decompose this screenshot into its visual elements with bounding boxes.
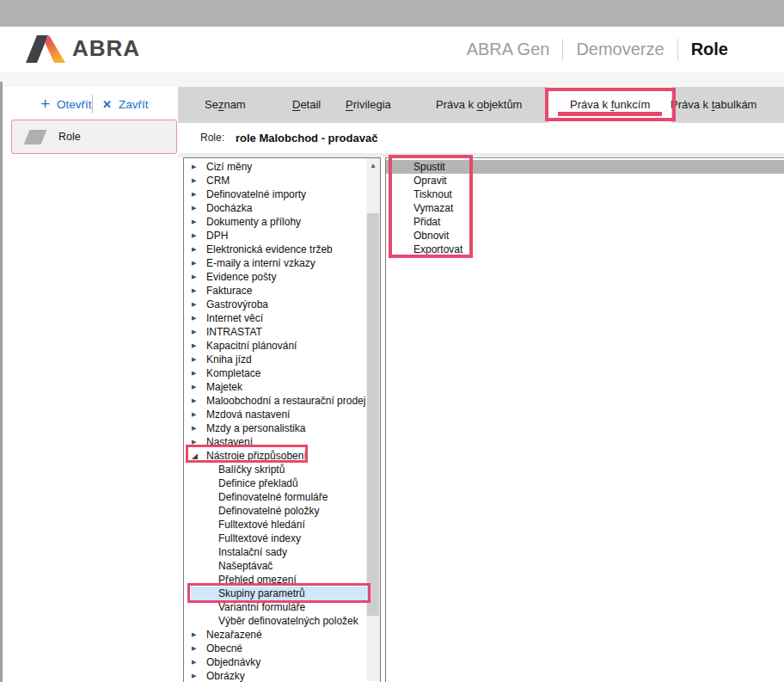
tree-collapsed-icon[interactable]: ▶ — [192, 201, 204, 215]
tree-item-mzdy-a-personalistika[interactable]: ▶Mzdy a personalistika — [184, 421, 366, 435]
tree-item-dochazka[interactable]: ▶Docházka — [184, 201, 366, 215]
tree-collapsed-icon[interactable]: ▶ — [192, 380, 204, 394]
tree-scrollbar[interactable]: ▲ — [366, 158, 380, 681]
tree-item-internet-veci[interactable]: ▶Internet věcí — [184, 311, 366, 325]
tree-item-obrazky[interactable]: ▶Obrázky — [184, 669, 366, 682]
tree-item-maloobchodni-a-restauracni-prodej[interactable]: ▶Maloobchodní a restaurační prodej — [184, 394, 366, 408]
tree-item-variantni-formulare[interactable]: Variantní formuláře — [184, 600, 366, 614]
open-agenda-button[interactable]: + Otevřít — [40, 92, 92, 116]
tree-item-nezarazene[interactable]: ▶Nezařazené — [184, 628, 366, 642]
function-item-pridat[interactable]: Přidat — [386, 215, 784, 229]
tab-seznam[interactable]: Seznam — [205, 87, 246, 123]
function-rights-panel: SpustitOpravitTisknoutVymazatPřidatObnov… — [385, 157, 784, 682]
role-field-label: Role: — [200, 123, 224, 153]
tree-item-kapacitni-planovani[interactable]: ▶Kapacitní plánování — [184, 339, 366, 353]
tree-item-instalacni-sady[interactable]: Instalační sady — [184, 545, 366, 559]
tree-item-dokumenty-a-prilohy[interactable]: ▶Dokumenty a přílohy — [184, 215, 366, 229]
tree-collapsed-icon[interactable]: ▶ — [192, 298, 204, 311]
tree-item-label: Definovatelné položky — [218, 505, 319, 517]
function-item-exportovat[interactable]: Exportovat — [386, 243, 784, 256]
tab-prava-k-objektum[interactable]: Práva k objektům — [436, 87, 522, 123]
tree-item-label: Fakturace — [206, 285, 252, 297]
tree-item-kniha-jizd[interactable]: ▶Kniha jízd — [184, 353, 366, 366]
tree-item-dph[interactable]: ▶DPH — [184, 229, 366, 243]
tree-item-balicky-skriptu[interactable]: Balíčky skriptů — [184, 463, 366, 476]
tree-item-label: DPH — [206, 230, 228, 242]
tree-item-intrastat[interactable]: ▶INTRASTAT — [184, 325, 366, 339]
tree-item-majetek[interactable]: ▶Majetek — [184, 380, 366, 394]
tree-item-e-maily-a-interni-vzkazy[interactable]: ▶E-maily a interní vzkazy — [184, 256, 366, 270]
tree-item-fakturace[interactable]: ▶Fakturace — [184, 284, 366, 298]
tree-item-label: INTRASTAT — [206, 326, 262, 338]
tree-collapsed-icon[interactable]: ▶ — [192, 174, 204, 187]
tree-collapsed-icon[interactable]: ▶ — [192, 394, 204, 408]
tree-item-prehled-omezeni[interactable]: Přehled omezení — [184, 573, 366, 587]
tab-privilegia[interactable]: Privilegia — [346, 87, 391, 123]
tree-collapsed-icon[interactable]: ▶ — [192, 256, 204, 270]
tab-bar: SeznamDetailPrivilegiaPráva k objektůmPr… — [178, 87, 784, 123]
tree-collapsed-icon[interactable]: ▶ — [192, 160, 204, 174]
tree-item-evidence-posty[interactable]: ▶Evidence pošty — [184, 270, 366, 284]
tree-collapsed-icon[interactable]: ▶ — [192, 655, 204, 669]
tree-item-fulltextove-indexy[interactable]: Fulltextové indexy — [184, 531, 366, 545]
tree-item-definovatelne-importy[interactable]: ▶Definovatelné importy — [184, 187, 366, 201]
function-item-tisknout[interactable]: Tisknout — [386, 187, 784, 201]
tree-item-label: Nezařazené — [206, 629, 262, 641]
toolbar-separator — [92, 95, 93, 114]
tree-item-mzdova-nastaveni[interactable]: ▶Mzdová nastavení — [184, 408, 366, 421]
tree-item-naseptavac[interactable]: Našeptávač — [184, 559, 366, 573]
tree-item-definovatelne-polozky[interactable]: Definovatelné položky — [184, 504, 366, 518]
tree-collapsed-icon[interactable]: ▶ — [192, 187, 204, 201]
tree-collapsed-icon[interactable]: ▶ — [192, 270, 204, 284]
tree-collapsed-icon[interactable]: ▶ — [192, 366, 204, 380]
tree-collapsed-icon[interactable]: ▶ — [192, 215, 204, 229]
tree-item-gastrovyroba[interactable]: ▶Gastrovýroba — [184, 298, 366, 311]
tree-item-label: CRM — [206, 175, 230, 187]
tree-item-objednavky[interactable]: ▶Objednávky — [184, 655, 366, 669]
close-agenda-button[interactable]: ✕ Zavřít — [102, 92, 148, 116]
sidebar-item-role[interactable]: Role — [11, 120, 177, 154]
tree-collapsed-icon[interactable]: ▶ — [192, 421, 204, 435]
agenda-parallelogram-icon — [24, 130, 47, 144]
tree-item-elektronicka-evidence-trzeb[interactable]: ▶Elektronická evidence tržeb — [184, 243, 366, 256]
scrollbar-thumb[interactable] — [367, 213, 379, 616]
tree-item-label: Mzdová nastavení — [206, 409, 290, 421]
tree-item-nastaveni[interactable]: ▶Nastavení — [184, 435, 366, 449]
tree-item-label: Evidence pošty — [206, 271, 276, 283]
tree-item-skupiny-parametru[interactable]: Skupiny parametrů — [184, 587, 366, 600]
tree-collapsed-icon[interactable]: ▶ — [192, 353, 204, 366]
tree-item-cizi-meny[interactable]: ▶Cizí měny — [184, 160, 366, 174]
tree-collapsed-icon[interactable]: ▶ — [192, 284, 204, 298]
tree-collapsed-icon[interactable]: ▶ — [192, 642, 204, 655]
tree-collapsed-icon[interactable]: ▶ — [192, 325, 204, 339]
tree-collapsed-icon[interactable]: ▶ — [192, 311, 204, 325]
tree-item-vyber-definovatelnych-polozek[interactable]: Výběr definovatelných položek — [184, 614, 366, 628]
tree-item-kompletace[interactable]: ▶Kompletace — [184, 366, 366, 380]
function-item-opravit[interactable]: Opravit — [386, 174, 784, 187]
tree-collapsed-icon[interactable]: ▶ — [192, 339, 204, 353]
tree-collapsed-icon[interactable]: ▶ — [192, 628, 204, 642]
tree-item-definovatelne-formulare[interactable]: Definovatelné formuláře — [184, 490, 366, 504]
tree-item-definice-prekladu[interactable]: Definice překladů — [184, 476, 366, 490]
tree-item-obecne[interactable]: ▶Obecné — [184, 642, 366, 655]
scrollbar-up-arrow-icon[interactable]: ▲ — [366, 158, 380, 173]
tree-item-fulltextove-hledani[interactable]: Fulltextové hledání — [184, 518, 366, 531]
agenda-item-label: Role — [58, 131, 81, 143]
tree-collapsed-icon[interactable]: ▶ — [192, 669, 204, 682]
tree-item-label: Fulltextové hledání — [218, 519, 305, 531]
tree-collapsed-icon[interactable]: ▶ — [192, 229, 204, 243]
tab-prava-k-funkcim[interactable]: Práva k funkcím — [570, 87, 650, 123]
function-item-obnovit[interactable]: Obnovit — [386, 229, 784, 243]
tree-item-label: Gastrovýroba — [206, 298, 268, 310]
tree-collapsed-icon[interactable]: ▶ — [192, 243, 204, 256]
tree-collapsed-icon[interactable]: ▶ — [192, 435, 204, 449]
function-item-spustit[interactable]: Spustit — [386, 160, 784, 174]
tree-expanded-icon[interactable]: ◢ — [192, 449, 204, 463]
tab-prava-k-tabulkam[interactable]: Práva k tabulkám — [671, 87, 756, 123]
tree-item-nastroje-prizpusobeni[interactable]: ◢Nástroje přizpůsobení — [184, 449, 366, 463]
function-item-vymazat[interactable]: Vymazat — [386, 201, 784, 215]
tree-collapsed-icon[interactable]: ▶ — [192, 408, 204, 421]
tab-detail[interactable]: Detail — [292, 87, 321, 123]
tree-item-crm[interactable]: ▶CRM — [184, 174, 366, 187]
tree-item-label: Balíčky skriptů — [218, 464, 285, 476]
